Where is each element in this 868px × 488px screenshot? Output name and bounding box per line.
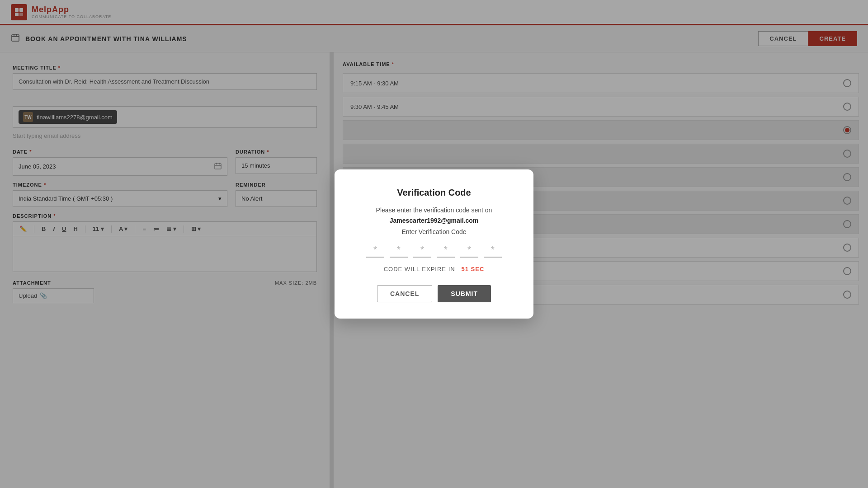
modal-actions: CANCEL SUBMIT [353,285,515,302]
code-inputs [353,244,515,258]
modal-title: Verification Code [353,188,515,198]
code-input-4[interactable] [437,244,455,258]
expire-timer: 51 Sec [461,266,484,272]
modal-email: Jamescarter1992@gmail.com [390,217,479,224]
expire-row: CODE WILL EXPIRE IN 51 Sec [353,266,515,272]
modal-submit-button[interactable]: SUBMIT [438,285,491,302]
code-input-5[interactable] [460,244,478,258]
code-input-2[interactable] [390,244,408,258]
modal-body: Please enter the verification code sent … [353,205,515,225]
verification-modal: Verification Code Please enter the verif… [335,169,533,319]
code-input-3[interactable] [413,244,431,258]
code-input-6[interactable] [484,244,502,258]
code-input-1[interactable] [366,244,384,258]
modal-subtext: Enter Verification Code [353,228,515,235]
modal-cancel-button[interactable]: CANCEL [377,285,432,302]
modal-overlay: Verification Code Please enter the verif… [0,0,868,488]
expire-label: CODE WILL EXPIRE IN [384,266,455,272]
